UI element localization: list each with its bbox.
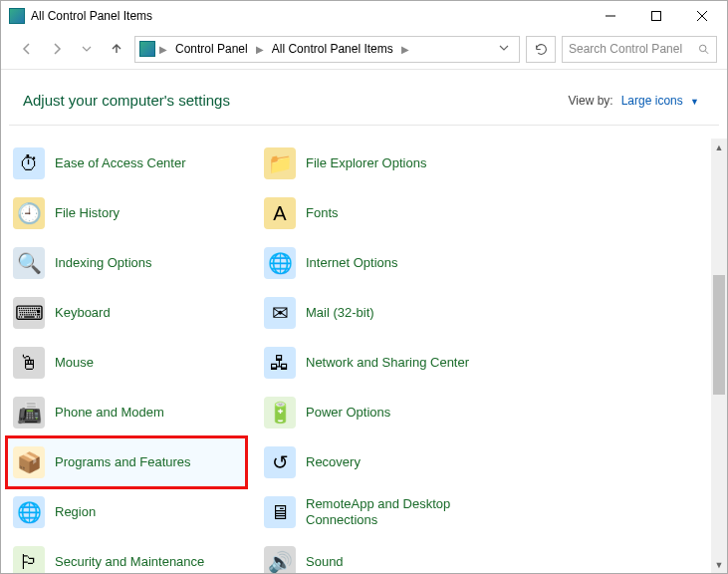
breadcrumb-root[interactable]: Control Panel: [171, 42, 252, 56]
chevron-right-icon[interactable]: ▶: [157, 44, 169, 55]
control-panel-item-internet-options[interactable]: 🌐Internet Options: [258, 238, 497, 288]
item-label: Keyboard: [55, 305, 111, 321]
item-label: Mail (32-bit): [306, 305, 374, 321]
control-panel-item-indexing-options[interactable]: 🔍Indexing Options: [7, 238, 246, 288]
close-icon: [697, 11, 707, 21]
item-label: RemoteApp and Desktop Connections: [306, 496, 491, 529]
control-panel-item-security-and-maintenance[interactable]: 🏳Security and Maintenance: [7, 537, 246, 573]
item-label: Programs and Features: [55, 454, 191, 470]
control-panel-item-mouse[interactable]: 🖱Mouse: [7, 338, 246, 388]
control-panel-item-sound[interactable]: 🔊Sound: [258, 537, 497, 573]
scroll-down-button[interactable]: ▼: [711, 556, 727, 573]
control-panel-item-fonts[interactable]: AFonts: [258, 188, 497, 238]
ease-of-access-center-icon: ⏱: [13, 147, 45, 179]
control-panel-item-ease-of-access-center[interactable]: ⏱Ease of Access Center: [7, 139, 246, 188]
control-panel-icon: [139, 41, 155, 57]
sound-icon: 🔊: [264, 546, 296, 573]
item-label: Indexing Options: [55, 255, 152, 271]
control-panel-item-mail-32-bit[interactable]: ✉Mail (32-bit): [258, 288, 497, 338]
search-input[interactable]: [569, 42, 694, 56]
item-label: File History: [55, 205, 120, 221]
breadcrumb-current[interactable]: All Control Panel Items: [268, 42, 397, 56]
forward-arrow-icon: [50, 42, 64, 56]
search-box[interactable]: [562, 36, 717, 63]
item-label: Phone and Modem: [55, 405, 164, 421]
viewby-value: Large icons: [621, 94, 683, 108]
back-button[interactable]: [15, 37, 39, 61]
control-panel-item-remoteapp-and-desktop-connections[interactable]: 🖥RemoteApp and Desktop Connections: [258, 487, 497, 537]
titlebar: All Control Panel Items: [1, 1, 727, 31]
chevron-right-icon[interactable]: ▶: [254, 44, 266, 55]
mouse-icon: 🖱: [13, 347, 45, 379]
page-title: Adjust your computer's settings: [23, 92, 230, 109]
scrollbar-thumb[interactable]: [713, 275, 725, 395]
svg-rect-0: [652, 12, 661, 21]
remoteapp-and-desktop-connections-icon: 🖥: [264, 496, 296, 528]
items-area: ⏱Ease of Access Center🕘File History🔍Inde…: [1, 139, 711, 573]
item-label: Security and Maintenance: [55, 554, 204, 570]
vertical-scrollbar[interactable]: ▲ ▼: [711, 139, 727, 573]
divider: [9, 125, 719, 126]
forward-button[interactable]: [45, 37, 69, 61]
file-explorer-options-icon: 📁: [264, 147, 296, 179]
indexing-options-icon: 🔍: [13, 247, 45, 279]
scroll-up-button[interactable]: ▲: [711, 139, 727, 155]
scrollbar-track[interactable]: [711, 155, 727, 556]
internet-options-icon: 🌐: [264, 247, 296, 279]
minimize-icon: [606, 11, 615, 21]
item-label: Recovery: [306, 454, 361, 470]
window-title: All Control Panel Items: [31, 9, 152, 23]
control-panel-item-recovery[interactable]: ↺Recovery: [258, 437, 497, 487]
power-options-icon: 🔋: [264, 397, 296, 429]
chevron-down-icon: ▼: [690, 97, 699, 107]
up-arrow-icon: [110, 42, 123, 56]
content-header: Adjust your computer's settings View by:…: [1, 70, 727, 125]
viewby-dropdown[interactable]: Large icons ▼: [621, 94, 699, 108]
items-column-2: 📁File Explorer OptionsAFonts🌐Internet Op…: [258, 139, 497, 573]
item-label: Sound: [306, 554, 344, 570]
control-panel-item-phone-and-modem[interactable]: 📠Phone and Modem: [7, 388, 246, 437]
keyboard-icon: ⌨: [13, 297, 45, 329]
file-history-icon: 🕘: [13, 197, 45, 229]
item-label: Fonts: [306, 205, 339, 221]
region-icon: 🌐: [13, 496, 45, 528]
control-panel-item-programs-and-features[interactable]: 📦Programs and Features: [7, 437, 246, 487]
control-panel-item-power-options[interactable]: 🔋Power Options: [258, 388, 497, 437]
item-label: Region: [55, 504, 96, 520]
control-panel-item-keyboard[interactable]: ⌨Keyboard: [7, 288, 246, 338]
chevron-right-icon[interactable]: ▶: [399, 44, 411, 55]
close-button[interactable]: [679, 1, 725, 31]
mail-32-bit-icon: ✉: [264, 297, 296, 329]
items-column-1: ⏱Ease of Access Center🕘File History🔍Inde…: [7, 139, 246, 573]
item-label: File Explorer Options: [306, 155, 426, 171]
chevron-down-icon: [82, 44, 92, 54]
control-panel-item-file-explorer-options[interactable]: 📁File Explorer Options: [258, 139, 497, 188]
system-icon: [9, 8, 25, 24]
security-and-maintenance-icon: 🏳: [13, 546, 45, 573]
viewby-label: View by:: [569, 94, 613, 108]
item-label: Power Options: [306, 405, 390, 421]
item-label: Network and Sharing Center: [306, 355, 469, 371]
up-button[interactable]: [105, 37, 128, 61]
control-panel-item-network-and-sharing-center[interactable]: 🖧Network and Sharing Center: [258, 338, 497, 388]
fonts-icon: A: [264, 197, 296, 229]
recovery-icon: ↺: [264, 446, 296, 478]
control-panel-item-file-history[interactable]: 🕘File History: [7, 188, 246, 238]
minimize-button[interactable]: [588, 1, 633, 31]
refresh-icon: [535, 43, 548, 56]
address-dropdown-icon[interactable]: [493, 42, 515, 56]
control-panel-item-region[interactable]: 🌐Region: [7, 487, 246, 537]
phone-and-modem-icon: 📠: [13, 397, 45, 429]
maximize-icon: [651, 11, 661, 21]
search-icon: [698, 43, 710, 56]
svg-point-1: [700, 45, 707, 52]
refresh-button[interactable]: [526, 36, 556, 63]
item-label: Ease of Access Center: [55, 155, 186, 171]
address-bar[interactable]: ▶ Control Panel ▶ All Control Panel Item…: [134, 36, 520, 63]
maximize-button[interactable]: [633, 1, 679, 31]
network-and-sharing-center-icon: 🖧: [264, 347, 296, 379]
item-label: Mouse: [55, 355, 94, 371]
back-arrow-icon: [20, 42, 34, 56]
recent-locations-button[interactable]: [75, 37, 99, 61]
item-label: Internet Options: [306, 255, 398, 271]
